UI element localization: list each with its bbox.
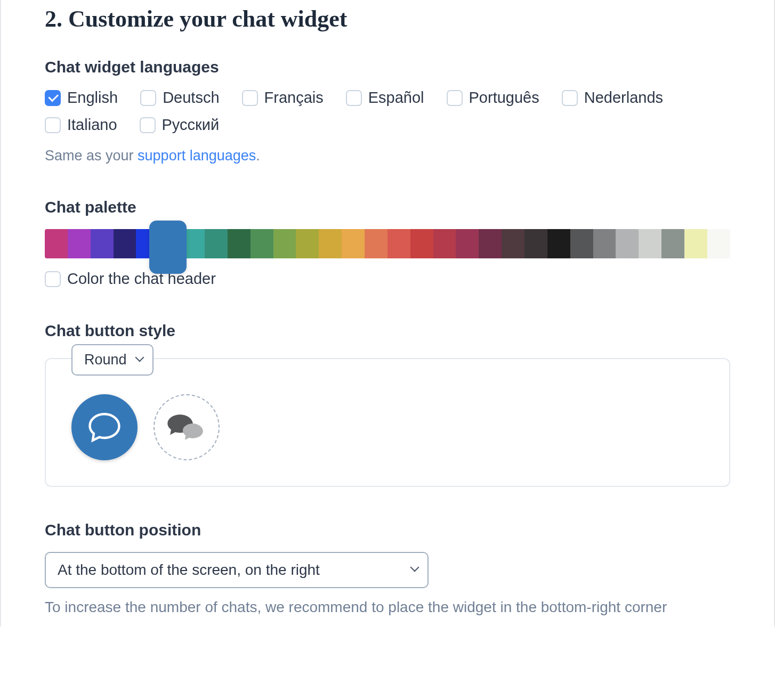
color-header-label: Color the chat header xyxy=(67,270,216,288)
palette-color-23[interactable] xyxy=(570,229,593,258)
chat-icon-option-1[interactable] xyxy=(71,394,138,460)
palette-strip[interactable] xyxy=(45,229,730,258)
icon-options xyxy=(71,394,704,460)
lang-label: Français xyxy=(264,89,324,107)
lang-espanol[interactable]: Español xyxy=(346,89,424,107)
palette-color-11[interactable] xyxy=(296,229,319,258)
palette-color-10[interactable] xyxy=(273,229,296,258)
palette-label: Chat palette xyxy=(45,198,730,216)
button-style-select[interactable]: Round xyxy=(71,344,154,376)
lang-english[interactable]: English xyxy=(45,89,118,107)
button-style-select-value: Round xyxy=(84,352,127,368)
helper-prefix: Same as your xyxy=(45,148,138,164)
checkbox-icon xyxy=(140,117,156,133)
lang-label: Português xyxy=(469,89,539,107)
palette-color-28[interactable] xyxy=(684,229,707,258)
languages-helper: Same as your support languages. xyxy=(45,148,730,164)
palette-block: Chat palette Color the chat header xyxy=(45,198,730,288)
palette-color-22[interactable] xyxy=(547,229,570,258)
lang-label: Nederlands xyxy=(584,89,663,107)
button-style-block: Chat button style Round xyxy=(45,322,730,487)
lang-italiano[interactable]: Italiano xyxy=(45,116,117,134)
palette-color-19[interactable] xyxy=(479,229,502,258)
palette-color-12[interactable] xyxy=(319,229,342,258)
palette-color-20[interactable] xyxy=(502,229,524,258)
checkbox-icon xyxy=(346,90,362,106)
button-position-label: Chat button position xyxy=(45,521,730,539)
checkbox-icon xyxy=(447,90,463,106)
palette-color-3[interactable] xyxy=(114,229,136,258)
chat-bubble-outline-icon xyxy=(87,410,122,445)
color-header-checkbox[interactable]: Color the chat header xyxy=(45,270,730,288)
palette-color-18[interactable] xyxy=(456,229,479,258)
checkbox-icon xyxy=(562,90,578,106)
palette-color-8[interactable] xyxy=(228,229,251,258)
lang-label: Italiano xyxy=(67,116,117,134)
chat-bubble-double-icon xyxy=(166,411,207,443)
palette-color-1[interactable] xyxy=(68,229,91,258)
lang-nederlands[interactable]: Nederlands xyxy=(562,89,663,107)
checkbox-icon xyxy=(45,90,61,106)
palette-color-21[interactable] xyxy=(524,229,547,258)
checkbox-icon xyxy=(45,117,61,133)
palette-color-29[interactable] xyxy=(707,229,730,258)
checkbox-icon xyxy=(45,271,61,287)
chevron-down-icon xyxy=(411,566,419,574)
section-title: 2. Customize your chat widget xyxy=(45,0,730,32)
lang-label: Español xyxy=(368,89,424,107)
palette-color-2[interactable] xyxy=(91,229,114,258)
palette-color-24[interactable] xyxy=(593,229,616,258)
lang-deutsch[interactable]: Deutsch xyxy=(140,89,219,107)
chat-icon-option-2[interactable] xyxy=(154,394,220,460)
palette-color-14[interactable] xyxy=(365,229,388,258)
palette-color-7[interactable] xyxy=(205,229,228,258)
lang-label: English xyxy=(67,89,118,107)
helper-suffix: . xyxy=(256,148,260,164)
button-position-block: Chat button position At the bottom of th… xyxy=(45,521,730,616)
palette-color-25[interactable] xyxy=(616,229,639,258)
lang-russian[interactable]: Русский xyxy=(140,116,220,134)
palette-color-16[interactable] xyxy=(410,229,433,258)
lang-label: Deutsch xyxy=(163,89,219,107)
languages-row: English Deutsch Français Español Portugu… xyxy=(45,89,730,134)
chevron-down-icon xyxy=(136,356,144,364)
languages-label: Chat widget languages xyxy=(45,58,730,76)
lang-francais[interactable]: Français xyxy=(242,89,324,107)
palette-color-13[interactable] xyxy=(342,229,365,258)
checkbox-icon xyxy=(140,90,156,106)
button-style-box: Round xyxy=(45,358,730,487)
button-position-helper: To increase the number of chats, we reco… xyxy=(45,599,730,616)
button-position-select[interactable]: At the bottom of the screen, on the righ… xyxy=(45,552,429,588)
palette-strip-wrapper xyxy=(45,229,730,258)
support-languages-link[interactable]: support languages xyxy=(138,148,256,164)
checkbox-icon xyxy=(242,90,258,106)
palette-color-9[interactable] xyxy=(251,229,273,258)
button-position-select-value: At the bottom of the screen, on the righ… xyxy=(58,561,320,579)
palette-color-15[interactable] xyxy=(388,229,410,258)
palette-color-27[interactable] xyxy=(661,229,684,258)
lang-portugues[interactable]: Português xyxy=(447,89,539,107)
palette-color-26[interactable] xyxy=(639,229,661,258)
languages-block: Chat widget languages English Deutsch Fr… xyxy=(45,58,730,164)
button-style-label: Chat button style xyxy=(45,322,730,340)
palette-thumb[interactable] xyxy=(149,221,187,274)
palette-color-17[interactable] xyxy=(433,229,456,258)
lang-label: Русский xyxy=(162,116,220,134)
palette-color-0[interactable] xyxy=(45,229,68,258)
